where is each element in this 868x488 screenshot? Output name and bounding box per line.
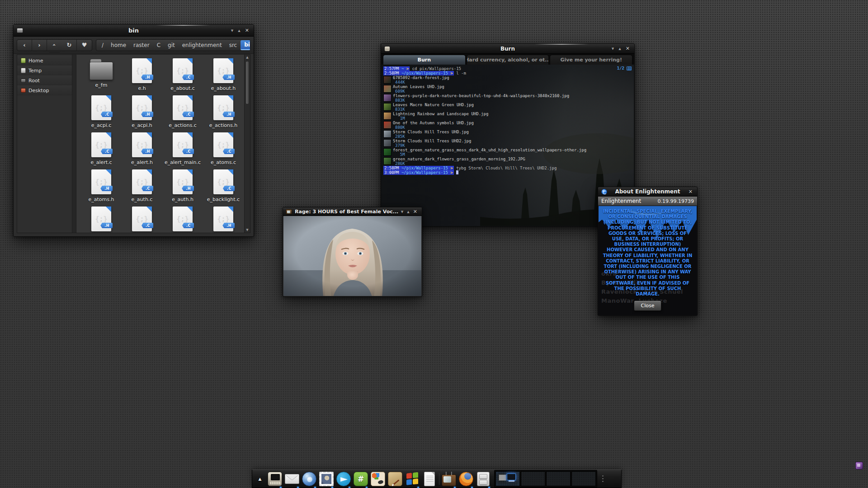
close-button[interactable]: ✕ <box>413 209 417 214</box>
terminal-text: 2:57PM ~ > cd pix/Wallpapers-15 2:58PM ~… <box>383 66 632 224</box>
mail-icon[interactable] <box>285 472 299 486</box>
breadcrumb-item[interactable]: src <box>226 41 241 50</box>
terminal-file-entry: green_nature_dark_flowers_grass_garden_m… <box>383 157 632 166</box>
file-item[interactable]: {;}.C e_bg.c <box>162 206 203 233</box>
terminal-tab[interactable]: Hard currency, alcohol, or ot... <box>467 55 549 65</box>
shade-button[interactable]: ▾ <box>612 46 614 51</box>
raise-button[interactable]: ▴ <box>618 46 621 51</box>
raise-button[interactable]: ▴ <box>238 28 241 33</box>
sidebar-scrollbar[interactable] <box>72 55 76 233</box>
file-item[interactable]: {;}.C e_alert.c <box>81 132 122 169</box>
file-item[interactable]: {;}.C e_atoms.c <box>203 132 244 169</box>
shelf-expand-icon[interactable]: ▲ <box>252 470 268 488</box>
file-item[interactable]: {;}.C e_acpi.c <box>81 95 122 132</box>
file-scrollbar[interactable]: ▲ ▼ <box>244 55 250 233</box>
raise-button[interactable]: ▴ <box>407 209 410 214</box>
file-item[interactable]: {;}.H e_auth.h <box>162 169 203 206</box>
enlightenment-logo-icon <box>601 189 607 195</box>
file-item[interactable]: {;}.H e_actions.h <box>203 95 244 132</box>
terminal-window[interactable]: Burn ▾ ▴ ✕ Burn Hard currency, alcohol, … <box>381 43 635 227</box>
video-window[interactable]: Rage: 3 HOURS of Best Female Voc... ▾ ▴ … <box>283 207 422 297</box>
pager-desktop[interactable] <box>546 471 571 486</box>
pager-desktop[interactable] <box>521 471 545 486</box>
file-item[interactable]: {;}.H e.h <box>122 58 162 95</box>
file-item[interactable]: {;}.C e_backlight_ma <box>122 206 162 233</box>
file-thumbnail <box>383 103 392 111</box>
about-close-button[interactable]: Close <box>634 300 662 311</box>
file-item[interactable]: {;}.C e_auth.c <box>122 169 162 206</box>
file-item[interactable]: {;}.H e_atoms.h <box>81 169 122 206</box>
file-item[interactable]: {;}.C e_about.c <box>162 58 203 95</box>
breadcrumb-item[interactable]: enlightenment <box>179 41 226 50</box>
file-item[interactable]: e_fm <box>81 58 122 95</box>
sidebar-item[interactable]: Temp <box>17 66 72 75</box>
firefox-icon[interactable] <box>459 472 473 486</box>
up-icon[interactable]: ‹ <box>49 38 60 52</box>
breadcrumb-item[interactable]: C <box>153 41 164 50</box>
back-icon[interactable]: ‹ <box>17 40 32 51</box>
terminal-tab[interactable]: Burn <box>383 55 466 65</box>
file-item[interactable]: {;}.H e_acpi.h <box>122 95 162 132</box>
pager-desktop[interactable] <box>571 471 596 486</box>
file-item[interactable]: {;}.H e_backlight.h <box>81 206 122 233</box>
scroll-up-icon[interactable]: ▲ <box>245 55 250 60</box>
hexchat-icon[interactable]: # <box>354 472 368 486</box>
breadcrumb-item[interactable]: / <box>98 41 107 50</box>
terminal-tab[interactable]: Give me your herring! <box>550 55 632 65</box>
shelf-handle[interactable] <box>600 475 605 482</box>
window-menu-icon[interactable] <box>17 28 23 33</box>
file-grid-area[interactable]: e_fm {;}.H e.h {;}.C e_about.c {;}.H <box>76 55 250 233</box>
fileman-window[interactable]: bin ▾ ▴ ✕ ‹ › ‹ ↻ ♥ / home raster C git <box>13 24 254 237</box>
draw-app-icon[interactable] <box>388 472 402 486</box>
breadcrumb-item[interactable]: home <box>107 41 130 50</box>
document-app-icon[interactable] <box>422 472 437 486</box>
scrollbar-thumb[interactable] <box>245 61 249 104</box>
breadcrumb-item[interactable]: git <box>164 41 179 50</box>
breadcrumb-item[interactable]: bin <box>241 40 250 50</box>
file-thumbnail <box>383 76 392 84</box>
fileman-icon[interactable] <box>476 472 491 486</box>
systray-icon[interactable] <box>855 462 863 469</box>
nav-button-group: ‹ › ‹ ↻ ♥ <box>17 39 92 51</box>
favorite-icon[interactable]: ♥ <box>77 40 92 51</box>
dialog-title: About Enlightenment <box>598 188 697 195</box>
file-item[interactable]: {;}.H e_alert.h <box>122 132 162 169</box>
terminal-titlebar[interactable]: Burn ▾ ▴ ✕ <box>381 44 634 54</box>
file-item[interactable]: {;}.H e_about.h <box>203 58 244 95</box>
forward-icon[interactable]: › <box>32 40 47 51</box>
file-item[interactable]: {;}.C e_actions.c <box>162 95 203 132</box>
sidebar-item[interactable]: Desktop <box>17 85 72 95</box>
close-button[interactable]: ✕ <box>689 189 693 194</box>
scroll-down-icon[interactable]: ▼ <box>245 227 250 233</box>
source-file-icon: {;}.C <box>173 95 193 120</box>
file-item[interactable]: {;}.H e_bg.h <box>203 206 244 233</box>
telegram-icon[interactable] <box>336 472 351 486</box>
source-file-icon: {;}.H <box>173 169 193 194</box>
file-item[interactable]: {;}.C e_alert_main.c <box>162 132 203 169</box>
rage-icon[interactable] <box>442 472 456 486</box>
shade-button[interactable]: ▾ <box>231 28 234 33</box>
pager-desktop[interactable] <box>495 471 520 486</box>
file-item[interactable]: {;}.C e_backlight.c <box>203 169 244 206</box>
breadcrumb-item[interactable]: raster <box>130 41 153 50</box>
chromium-icon[interactable] <box>302 472 316 486</box>
shade-button[interactable]: ▾ <box>401 209 404 214</box>
paint-app-icon[interactable] <box>371 472 385 486</box>
terminal-content[interactable]: 1/2 2:57PM ~ > cd pix/Wallpapers-15 2:58… <box>382 65 634 226</box>
sidebar-item[interactable]: Root <box>17 75 72 85</box>
close-button[interactable]: ✕ <box>245 28 249 33</box>
close-button[interactable]: ✕ <box>626 46 630 51</box>
prompt-line: 2:58PM ~/pix/Wallpapers-15 > l -m <box>383 71 632 75</box>
about-dialog[interactable]: About Enlightenment ✕ Enlightenment 0.19… <box>598 187 698 316</box>
sidebar-item[interactable]: Home <box>17 56 72 66</box>
source-file-icon: {;}.C <box>173 58 193 83</box>
wine-icon[interactable] <box>405 472 420 486</box>
fileman-titlebar[interactable]: bin ▾ ▴ ✕ <box>14 25 254 37</box>
about-titlebar[interactable]: About Enlightenment ✕ <box>598 187 697 197</box>
video-frame[interactable] <box>283 216 421 296</box>
terminology-icon[interactable] <box>268 472 282 486</box>
stamp-app-icon[interactable] <box>319 472 334 486</box>
refresh-icon[interactable]: ↻ <box>62 40 77 51</box>
video-titlebar[interactable]: Rage: 3 HOURS of Best Female Voc... ▾ ▴ … <box>283 207 422 216</box>
tv-icon <box>286 209 292 214</box>
